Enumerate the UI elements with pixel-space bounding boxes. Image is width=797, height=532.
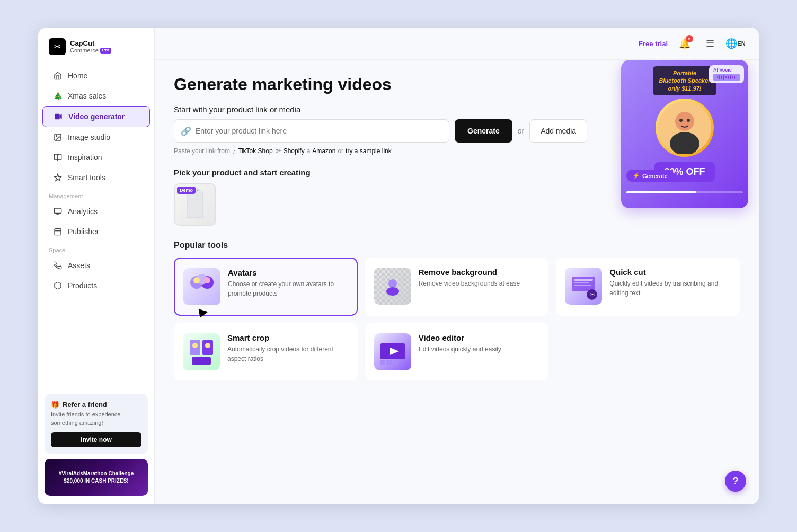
tool-desc-quickcut: Quickly edit videos by transcribing and …	[609, 279, 731, 298]
xmas-icon: 🎄	[53, 91, 63, 101]
svg-rect-13	[723, 75, 724, 80]
product-link-input[interactable]	[196, 127, 442, 135]
amazon-link[interactable]: Amazon	[312, 147, 335, 155]
video-gen-icon	[54, 112, 63, 121]
invite-button[interactable]: Invite now	[51, 432, 141, 447]
or-connector: or	[338, 147, 343, 155]
sidebar-item-products[interactable]: Products	[42, 276, 150, 296]
tiktok-shop-link[interactable]: TikTok Shop	[238, 147, 273, 155]
publisher-icon	[53, 227, 63, 236]
free-trial-button[interactable]: Free trial	[639, 40, 668, 48]
hero-progress-fill	[626, 191, 696, 193]
product-demo-card[interactable]: Demo	[174, 183, 216, 226]
demo-badge: Demo	[177, 187, 196, 194]
sidebar-item-home[interactable]: Home	[42, 66, 150, 86]
sparkle-icon-2: ✦	[625, 86, 629, 91]
svg-rect-34	[574, 282, 589, 283]
refer-title: 🎁 Refer a friend	[51, 401, 141, 409]
svg-rect-0	[55, 114, 59, 120]
sparkle-icon: ✦	[630, 64, 635, 72]
sidebar-item-inspiration[interactable]: Inspiration	[42, 147, 150, 167]
tool-card-remove-bg[interactable]: Remove background Remove video backgroun…	[365, 258, 549, 316]
svg-rect-17	[732, 76, 733, 78]
help-button[interactable]: ?	[725, 471, 746, 492]
tool-name-videoeditor: Video editor	[419, 333, 540, 342]
tool-card-avatars[interactable]: Avatars Choose or create your own avatar…	[174, 258, 358, 316]
sidebar-item-image-studio[interactable]: Image studio	[42, 127, 150, 147]
try-sample-link[interactable]: try a sample link	[346, 147, 392, 155]
svg-rect-35	[574, 285, 591, 286]
svg-rect-14	[725, 76, 727, 78]
sidebar: ✂ CapCut Commerce Pro Home 🎄 Xmas sales	[38, 28, 155, 504]
tool-desc-smartcrop: Automatically crop videos for different …	[227, 344, 349, 363]
pro-badge: Pro	[100, 48, 111, 54]
analytics-icon	[53, 207, 63, 216]
tool-name-quickcut: Quick cut	[609, 268, 731, 277]
tools-grid: Avatars Choose or create your own avatar…	[174, 258, 740, 380]
gift-icon: 🎁	[51, 401, 59, 409]
svg-point-30	[388, 279, 397, 288]
checkered-bg	[374, 268, 411, 305]
shopify-icon: 🛍	[275, 147, 281, 155]
shopify-link[interactable]: Shopify	[284, 147, 305, 155]
tool-thumb-videoeditor	[374, 333, 411, 370]
menu-button[interactable]: ☰	[702, 35, 719, 52]
notifications-button[interactable]: 🔔 5	[676, 35, 693, 52]
hero-person	[656, 99, 714, 157]
language-button[interactable]: 🌐 EN	[727, 35, 744, 52]
tool-card-videoeditor[interactable]: Video editor Edit videos quickly and eas…	[365, 323, 549, 380]
tool-desc-remove: Remove video backgrounds at ease	[419, 279, 540, 288]
generate-button[interactable]: Generate	[455, 119, 512, 143]
main-content: Free trial 🔔 5 ☰ 🌐 EN Generate marketing…	[155, 28, 759, 504]
sidebar-item-smart-tools[interactable]: Smart tools	[42, 167, 150, 188]
tool-card-smartcrop[interactable]: Smart crop Automatically crop videos for…	[174, 323, 358, 380]
logo: ✂ CapCut Commerce Pro	[38, 38, 154, 66]
image-studio-icon	[53, 132, 63, 142]
sidebar-item-video-generator[interactable]: Video generator	[42, 106, 150, 127]
tool-name-remove: Remove background	[419, 268, 540, 277]
tool-name-avatars: Avatars	[228, 268, 348, 277]
logo-text: CapCut Commerce Pro	[70, 40, 111, 54]
sidebar-item-analytics[interactable]: Analytics	[42, 201, 150, 221]
globe-icon: 🌐	[725, 38, 737, 49]
sidebar-item-publisher[interactable]: Publisher	[42, 221, 150, 242]
svg-rect-45	[380, 360, 385, 365]
tool-thumb-quickcut: ✂	[565, 268, 602, 305]
or-text: or	[518, 127, 524, 135]
tool-card-quickcut[interactable]: ✂ Quick cut Quickly edit videos by trans…	[556, 258, 740, 316]
notifications-badge: 5	[686, 35, 693, 42]
link-input-wrap: 🔗	[174, 119, 449, 143]
ai-vocie-badge: AI Vocie	[709, 65, 744, 83]
add-media-button[interactable]: Add media	[529, 119, 587, 143]
svg-rect-18	[734, 76, 735, 79]
space-label: Space	[38, 242, 154, 255]
sidebar-item-assets[interactable]: Assets	[42, 255, 150, 276]
top-header: Free trial 🔔 5 ☰ 🌐 EN	[155, 28, 759, 60]
hero-inner: ✦ ✦ Portable Bluetooth Speaker only $11.…	[621, 60, 748, 208]
svg-point-22	[679, 119, 683, 122]
tool-info-avatars: Avatars Choose or create your own avatar…	[228, 268, 348, 298]
svg-rect-47	[393, 360, 398, 365]
tiktok-icon: ♪	[232, 147, 236, 155]
tool-thumb-avatars	[183, 268, 220, 305]
svg-rect-10	[717, 76, 718, 78]
tool-info-videoeditor: Video editor Edit videos quickly and eas…	[419, 333, 540, 354]
popular-tools-title: Popular tools	[174, 241, 740, 250]
cursor-icon: ▶	[198, 305, 209, 320]
hero-progress-bar	[626, 191, 743, 193]
management-label: Management	[38, 188, 154, 201]
sidebar-bottom: 🎁 Refer a friend Invite friends to exper…	[38, 394, 154, 496]
svg-rect-3	[54, 208, 61, 213]
logo-icon: ✂	[49, 38, 66, 55]
amazon-icon: a	[307, 147, 311, 155]
tool-thumb-smartcrop	[183, 333, 220, 370]
tool-desc-avatars: Choose or create your own avatars to pro…	[228, 279, 348, 298]
svg-rect-12	[721, 76, 722, 79]
link-icon: 🔗	[181, 126, 191, 136]
svg-rect-16	[730, 75, 731, 79]
sidebar-item-xmas-sales[interactable]: 🎄 Xmas sales	[42, 86, 150, 106]
refer-desc: Invite friends to experience something a…	[51, 411, 141, 427]
page-body: Generate marketing videos ✦ ✦ Portable B…	[155, 60, 759, 504]
app-window: ✂ CapCut Commerce Pro Home 🎄 Xmas sales	[38, 28, 759, 504]
svg-point-28	[193, 277, 200, 283]
